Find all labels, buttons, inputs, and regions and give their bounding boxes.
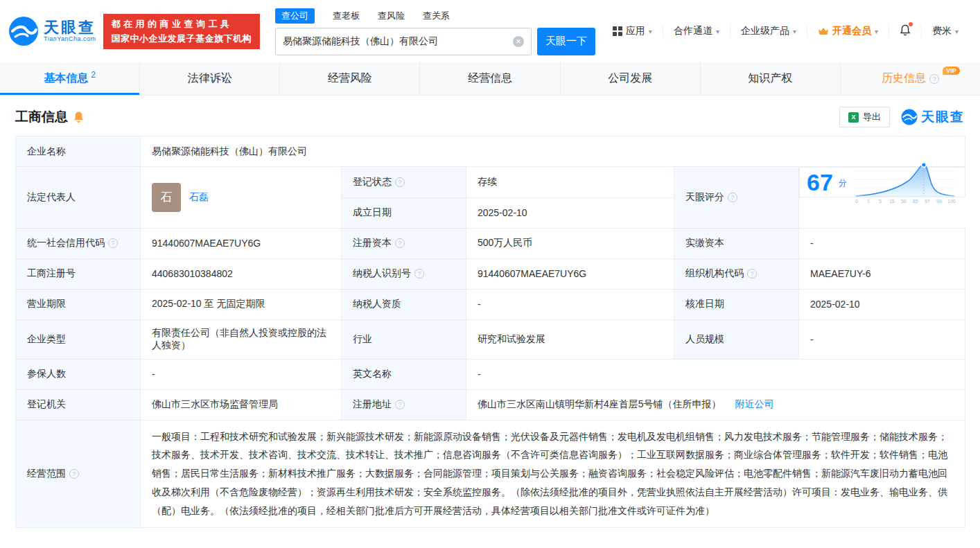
- tab-label: 公司发展: [608, 71, 652, 86]
- chevron-down-icon: ▾: [793, 28, 796, 35]
- chevron-down-icon: ▾: [649, 28, 652, 35]
- search-input[interactable]: [276, 29, 505, 54]
- tab-basic-info[interactable]: 基本信息 2: [0, 62, 139, 95]
- tab-company-development[interactable]: 公司发展: [560, 62, 700, 95]
- help-icon[interactable]: ?: [728, 193, 737, 202]
- bell-icon: [900, 24, 911, 38]
- export-button[interactable]: X 导出: [839, 107, 890, 127]
- svg-text:5: 5: [879, 199, 882, 204]
- field-label-reg-status: 登记状态 ?: [342, 167, 466, 198]
- slogan-line2: 国家中小企业发展子基金旗下机构: [112, 33, 252, 45]
- field-label-text: 经营范围: [27, 468, 66, 480]
- notification-dot: [909, 22, 913, 26]
- legal-rep-avatar[interactable]: 石: [152, 183, 181, 212]
- slogan-line1: 都在用的商业查询工具: [112, 18, 252, 30]
- table-row: 营业期限 2025-02-10 至 无固定期限 纳税人资质 - 核准日期 202…: [16, 289, 965, 319]
- help-icon[interactable]: ?: [108, 238, 118, 248]
- field-label-scope: 经营范围 ?: [16, 420, 141, 527]
- field-label-paid-capital: 实缴资本: [674, 228, 799, 258]
- alert-bell-icon[interactable]: [73, 111, 85, 123]
- nav-apps[interactable]: 应用 ▾: [602, 24, 663, 38]
- tab-legal-lawsuits[interactable]: 法律诉讼: [139, 62, 279, 95]
- field-label-credit-code: 统一社会信用代码 ?: [16, 228, 141, 258]
- field-value-company-type: 有限责任公司（非自然人投资或控股的法人独资）: [141, 319, 342, 359]
- field-label-establish-date: 成立日期: [342, 197, 466, 228]
- tab-business-info[interactable]: 经营信息: [419, 62, 559, 95]
- field-value-scope: 一般项目：工程和技术研究和试验发展；新兴能源技术研发；新能源原动设备销售；光伏设…: [141, 420, 965, 527]
- nav-apps-label: 应用: [626, 25, 645, 37]
- nav-enterprise[interactable]: 企业级产品 ▾: [730, 24, 807, 38]
- tab-label: 经营信息: [468, 71, 512, 86]
- tab-operational-risk[interactable]: 经营风险: [279, 62, 419, 95]
- tab-intellectual-property[interactable]: 知识产权: [700, 62, 840, 95]
- field-label-english-name: 英文名称: [342, 359, 466, 389]
- legal-rep-name-link[interactable]: 石磊: [189, 191, 209, 204]
- tab-label: 历史信息: [882, 71, 926, 86]
- field-value-approval-date: 2025-02-10: [799, 289, 965, 319]
- search-button[interactable]: 天眼一下: [537, 28, 595, 55]
- chevron-down-icon: ▾: [716, 28, 719, 35]
- help-icon[interactable]: ?: [929, 74, 939, 84]
- field-label-address: 注册地址 ?: [342, 389, 466, 420]
- svg-text:1: 1: [867, 199, 870, 204]
- help-icon[interactable]: ?: [69, 469, 79, 479]
- field-label-industry: 行业: [342, 319, 466, 359]
- help-icon[interactable]: ?: [395, 400, 405, 409]
- help-icon[interactable]: ?: [747, 269, 757, 279]
- score-number: 67: [807, 170, 833, 194]
- search-tab-boss[interactable]: 查老板: [333, 10, 360, 22]
- field-value-reg-number: 440683010384802: [141, 258, 342, 289]
- score-distribution-chart: 0 1 5 15 50 85 97 99 100: [852, 159, 958, 206]
- field-label-text: 纳税人识别号: [353, 267, 411, 280]
- nav-vip-upgrade[interactable]: 开通会员 ▾: [807, 24, 889, 38]
- brand-name: 天眼查: [44, 19, 96, 36]
- vip-badge: VIP: [943, 67, 960, 75]
- table-row: 法定代表人 石 石磊 登记状态 ? 存续 天眼评分 ?: [16, 167, 965, 198]
- field-value-registry: 佛山市三水区市场监督管理局: [141, 389, 342, 420]
- field-label-legal-rep: 法定代表人: [16, 167, 141, 229]
- section-header: 工商信息 X 导出 天眼查: [0, 96, 980, 136]
- top-nav: 应用 ▾ 合作通道 ▾ 企业级产品 ▾ 开通会员 ▾: [602, 24, 969, 38]
- nav-user-menu[interactable]: 费米 ▾: [921, 24, 969, 38]
- help-icon[interactable]: ?: [414, 269, 424, 279]
- table-row: 工商注册号 440683010384802 纳税人识别号 ? 91440607M…: [16, 258, 965, 289]
- business-info-table: 企业名称 易储聚源储能科技（佛山）有限公司 法定代表人 石 石磊 登记状态 ? …: [15, 136, 965, 528]
- search-tab-relation[interactable]: 查关系: [423, 10, 450, 22]
- chevron-down-icon: ▾: [955, 28, 959, 35]
- help-icon[interactable]: ?: [395, 238, 405, 248]
- search-tab-risk[interactable]: 查风险: [378, 10, 405, 22]
- svg-text:85: 85: [913, 199, 918, 204]
- tianyancha-logo[interactable]: 天眼查 TianYanCha.com: [8, 16, 96, 46]
- table-row: 经营范围 ? 一般项目：工程和技术研究和试验发展；新兴能源技术研发；新能源原动设…: [16, 420, 965, 527]
- svg-text:15: 15: [889, 199, 895, 204]
- nav-partner[interactable]: 合作通道 ▾: [663, 24, 730, 38]
- field-label-staff-size: 人员规模: [674, 319, 799, 359]
- tab-history-info[interactable]: VIP 历史信息 ?: [840, 62, 980, 95]
- chevron-down-icon: ▾: [875, 28, 878, 35]
- field-value-insured: -: [141, 359, 342, 389]
- field-label-text: 注册资本: [353, 237, 392, 249]
- field-label-reg-capital: 注册资本 ?: [342, 228, 466, 258]
- nav-enterprise-label: 企业级产品: [741, 25, 789, 37]
- field-value-term: 2025-02-10 至 无固定期限: [141, 289, 342, 319]
- field-label-taxpayer-quality: 纳税人资质: [342, 289, 466, 319]
- field-value-company-name: 易储聚源储能科技（佛山）有限公司: [141, 136, 965, 167]
- field-label-company-name: 企业名称: [16, 136, 141, 167]
- table-row: 企业类型 有限责任公司（非自然人投资或控股的法人独资） 行业 研究和试验发展 人…: [16, 319, 965, 359]
- field-label-text: 统一社会信用代码: [27, 237, 105, 249]
- clear-icon[interactable]: ✕: [513, 36, 524, 47]
- score-unit: 分: [839, 177, 847, 189]
- tab-label: 法律诉讼: [188, 71, 232, 86]
- nav-notifications[interactable]: [889, 24, 921, 38]
- field-label-taxpayer-id: 纳税人识别号 ?: [342, 258, 466, 289]
- help-icon[interactable]: ?: [395, 177, 405, 187]
- nav-partner-label: 合作通道: [674, 25, 712, 37]
- section-title: 工商信息: [15, 108, 68, 126]
- nearby-companies-link[interactable]: 附近公司: [735, 398, 773, 409]
- company-tabbar: 基本信息 2 法律诉讼 经营风险 经营信息 公司发展 知识产权 VIP 历史信息…: [0, 62, 980, 96]
- search-tab-company[interactable]: 查公司: [275, 8, 315, 24]
- tab-label: 知识产权: [748, 71, 792, 86]
- field-label-text: 注册地址: [353, 398, 392, 411]
- tab-label: 经营风险: [328, 71, 372, 86]
- tab-badge: 2: [91, 70, 96, 80]
